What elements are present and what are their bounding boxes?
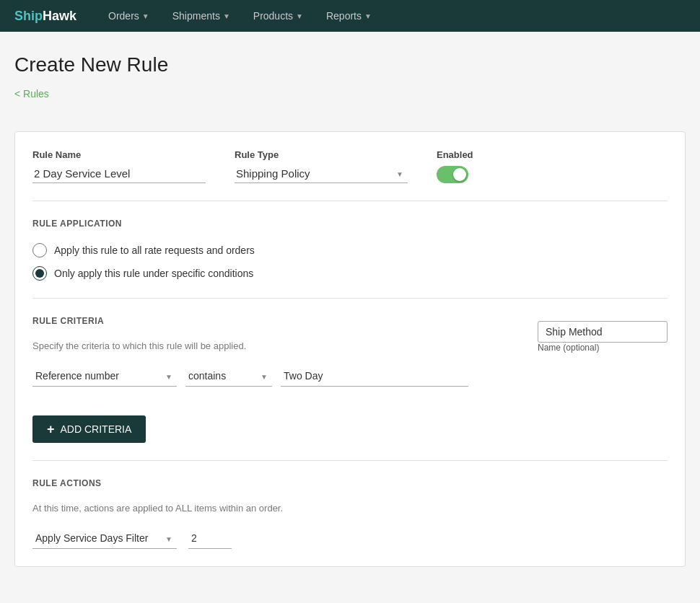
criteria-value-input[interactable] [281,366,468,387]
toggle-thumb [453,168,466,181]
divider-2 [32,460,668,461]
radio-group: Apply this rule to all rate requests and… [32,243,668,281]
criteria-condition-select[interactable]: contains equals starts with ends with [185,366,272,387]
nav-item-products[interactable]: Products ▼ [243,6,313,26]
page-content: Create New Rule < Rules Rule Name Rule T… [0,32,700,603]
action-type-select[interactable]: Apply Service Days Filter Apply Carrier … [32,528,177,549]
action-select-wrapper: Apply Service Days Filter Apply Carrier … [32,528,177,549]
rule-criteria-section: RULE CRITERIA Specify the criteria to wh… [32,316,668,443]
enabled-label: Enabled [437,149,473,160]
enabled-toggle[interactable] [437,166,468,183]
toggle-track [437,166,468,183]
criteria-field-select[interactable]: Reference number Ship Method Order Total… [32,366,177,387]
rule-actions-header: RULE ACTIONS [32,478,668,491]
back-link[interactable]: < Rules [14,88,49,100]
rule-meta-row: Rule Name Rule Type Shipping Policy ▼ En… [32,149,668,201]
add-criteria-plus-icon: + [47,423,55,436]
divider-1 [32,298,668,299]
criteria-row: Reference number Ship Method Order Total… [32,366,668,387]
radio-option-all[interactable]: Apply this rule to all rate requests and… [32,243,668,258]
name-optional-input[interactable]: Ship Method [538,321,668,343]
radio-all-requests[interactable] [32,243,47,258]
orders-dropdown-arrow: ▼ [142,12,149,20]
nav-item-reports[interactable]: Reports ▼ [316,6,382,26]
radio-option-specific[interactable]: Only apply this rule under specific cond… [32,266,668,281]
products-dropdown-arrow: ▼ [296,12,303,20]
name-optional-label: Name (optional) [538,343,668,353]
navbar: ShipHawk Orders ▼ Shipments ▼ Products ▼… [0,0,700,32]
rule-name-group: Rule Name [32,149,206,183]
rule-type-select[interactable]: Shipping Policy [235,164,408,183]
rule-application-header: RULE APPLICATION [32,219,668,232]
reports-dropdown-arrow: ▼ [364,12,372,20]
form-card: Rule Name Rule Type Shipping Policy ▼ En… [14,131,686,567]
radio-all-label: Apply this rule to all rate requests and… [54,245,255,256]
rule-name-input[interactable] [32,164,206,183]
action-value-input[interactable] [188,528,232,549]
rule-type-label: Rule Type [235,149,408,160]
criteria-field-wrapper: Reference number Ship Method Order Total… [32,366,177,387]
criteria-row-container: Name (optional) Ship Method Reference nu… [32,366,668,387]
radio-specific-conditions[interactable] [32,266,47,281]
rule-name-label: Rule Name [32,149,206,160]
rule-application-section: RULE APPLICATION Apply this rule to all … [32,219,668,281]
nav-item-orders[interactable]: Orders ▼ [98,6,159,26]
rule-type-select-wrapper: Shipping Policy ▼ [235,164,408,183]
radio-specific-label: Only apply this rule under specific cond… [54,268,253,279]
rule-type-group: Rule Type Shipping Policy ▼ [235,149,408,183]
brand-logo: ShipHawk [14,9,76,24]
name-optional-container: Name (optional) Ship Method [538,343,668,356]
action-row: Apply Service Days Filter Apply Carrier … [32,528,668,549]
enabled-group: Enabled [437,149,473,183]
rule-actions-section: RULE ACTIONS At this time, actions are a… [32,478,668,549]
add-criteria-label: ADD CRITERIA [61,423,132,435]
criteria-condition-wrapper: contains equals starts with ends with ▼ [185,366,272,387]
nav-items: Orders ▼ Shipments ▼ Products ▼ Reports … [98,6,382,26]
page-title: Create New Rule [14,53,686,76]
add-criteria-button[interactable]: + ADD CRITERIA [32,415,146,443]
actions-description: At this time, actions are applied to ALL… [32,503,668,514]
nav-item-shipments[interactable]: Shipments ▼ [162,6,240,26]
shipments-dropdown-arrow: ▼ [223,12,230,20]
